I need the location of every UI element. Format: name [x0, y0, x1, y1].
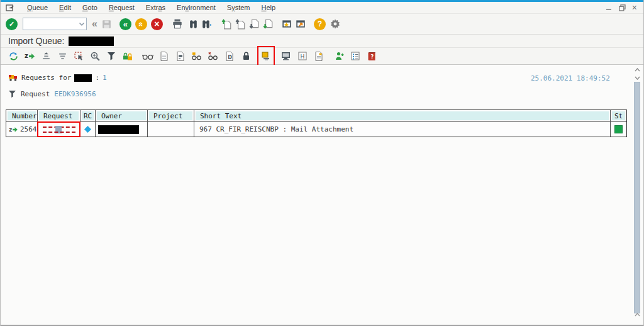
- column-header-owner[interactable]: Owner: [96, 110, 147, 121]
- customize-layout-icon[interactable]: [330, 18, 341, 30]
- row-project-cell[interactable]: [148, 122, 194, 137]
- system-menu-icon[interactable]: [6, 4, 15, 11]
- menu-item-request[interactable]: Request: [103, 3, 140, 13]
- save-icon[interactable]: [101, 19, 112, 30]
- import-request-icon[interactable]: [260, 50, 272, 62]
- create-shortcut-icon[interactable]: [295, 18, 306, 30]
- command-input[interactable]: [23, 20, 79, 28]
- filter-icon[interactable]: [106, 50, 117, 62]
- menu-item-system[interactable]: System: [221, 3, 256, 13]
- last-page-icon[interactable]: [262, 18, 274, 30]
- sort-up-icon[interactable]: [40, 50, 52, 62]
- back-icon[interactable]: «: [119, 18, 131, 30]
- row-short-text-cell[interactable]: 967 CR_FIR_REISCNBP : Mail Attachment: [194, 122, 610, 137]
- menu-item-help[interactable]: Help: [256, 3, 282, 13]
- import-request-again-icon[interactable]: z: [24, 50, 35, 62]
- logs-icon[interactable]: [158, 50, 170, 62]
- status-green-square: [614, 125, 623, 133]
- documentation-file-icon[interactable]: D: [224, 50, 235, 62]
- history-icon[interactable]: H: [297, 50, 308, 62]
- application-toolbar: z: [1, 48, 643, 65]
- request-filter-value: EEDK936956: [54, 90, 96, 98]
- lock-icon[interactable]: [240, 50, 252, 62]
- minimize-icon[interactable]: [606, 4, 613, 11]
- enter-icon[interactable]: ✓: [6, 18, 18, 30]
- scrollbar-thumb[interactable]: [634, 82, 640, 313]
- truck-icon: [8, 74, 18, 82]
- menu-item-edit[interactable]: Edit: [53, 3, 77, 13]
- restore-icon[interactable]: [619, 4, 626, 11]
- previous-page-icon[interactable]: [235, 18, 246, 30]
- svg-text:z: z: [25, 52, 28, 59]
- transport-row-icon: z: [8, 126, 18, 133]
- refresh-icon[interactable]: [8, 50, 19, 62]
- scroll-down-icon[interactable]: [633, 74, 641, 82]
- check-glasses-icon[interactable]: [208, 50, 219, 62]
- row-status-cell[interactable]: [611, 122, 626, 137]
- report-timestamp: 25.06.2021 18:49:52: [531, 74, 610, 82]
- display-glasses-icon[interactable]: [142, 50, 153, 62]
- where-used-icon[interactable]: [191, 50, 203, 62]
- list-area: Requests for : 1 25.06.2021 18:49:52 Req…: [1, 65, 643, 325]
- menu-bar: Queue Edit Goto Request Extras Environme…: [1, 2, 643, 14]
- owner-redaction: [98, 125, 139, 134]
- svg-text:D: D: [228, 54, 232, 60]
- lock-toggle-icon[interactable]: [122, 50, 133, 62]
- first-page-icon[interactable]: [221, 18, 232, 30]
- screen-title-bar: Import Queue:: [1, 35, 643, 48]
- menu-item-goto[interactable]: Goto: [77, 3, 103, 13]
- user-icon[interactable]: [333, 50, 345, 62]
- requests-count: 1: [103, 74, 107, 82]
- import-monitor-icon[interactable]: [280, 50, 292, 62]
- title-redaction: [69, 37, 114, 46]
- row-owner-cell[interactable]: [96, 122, 147, 137]
- new-session-icon[interactable]: [281, 18, 292, 30]
- dropdown-chevron-icon[interactable]: [79, 22, 85, 26]
- request-filter-line: Request EEDK936956: [8, 90, 96, 98]
- zoom-icon[interactable]: [89, 50, 101, 62]
- row-number-value: 2564: [20, 125, 37, 133]
- help-icon[interactable]: ?: [314, 18, 326, 30]
- menu-item-extras[interactable]: Extras: [140, 3, 171, 13]
- row-number-cell[interactable]: z 2564: [6, 122, 37, 137]
- column-header-project[interactable]: Project: [148, 110, 194, 121]
- standard-toolbar: ✓ « « « ×: [1, 14, 643, 35]
- column-header-rc[interactable]: RC: [80, 110, 95, 121]
- row-rc-cell[interactable]: [80, 122, 95, 137]
- list-icon[interactable]: [350, 50, 361, 62]
- find-icon[interactable]: [188, 19, 199, 30]
- next-page-icon[interactable]: [248, 18, 260, 30]
- print-icon[interactable]: [172, 18, 183, 30]
- command-field-box: [23, 18, 87, 30]
- request-filter-label: Request: [21, 90, 50, 98]
- svg-text:?: ?: [370, 54, 374, 60]
- help-book-icon[interactable]: ?: [366, 50, 377, 62]
- menu-item-queue[interactable]: Queue: [21, 3, 53, 13]
- scroll-up-icon[interactable]: [633, 65, 641, 74]
- close-icon[interactable]: ×: [632, 3, 637, 13]
- requests-summary-line: Requests for : 1: [8, 74, 107, 82]
- filter-small-icon: [8, 90, 16, 98]
- vertical-scrollbar[interactable]: [633, 65, 641, 318]
- svg-text:z: z: [9, 126, 12, 132]
- column-header-request[interactable]: Request: [38, 110, 80, 121]
- menu-item-environment[interactable]: Environment: [171, 3, 221, 13]
- rc-diamond-icon: [84, 125, 92, 133]
- column-header-number[interactable]: Number: [6, 110, 37, 121]
- scroll-bottom-icon[interactable]: [633, 310, 641, 318]
- find-next-icon[interactable]: [201, 19, 212, 30]
- display-file-icon[interactable]: [175, 50, 186, 62]
- exit-icon[interactable]: «: [135, 18, 147, 30]
- column-header-st[interactable]: St: [611, 110, 626, 121]
- select-block-icon[interactable]: [73, 50, 84, 62]
- page-title: Import Queue:: [8, 36, 65, 46]
- sort-down-icon[interactable]: [57, 50, 68, 62]
- collapse-icon[interactable]: «: [92, 18, 97, 30]
- column-header-short-text[interactable]: Short Text: [194, 110, 610, 121]
- row-request-cell[interactable]: [38, 122, 80, 137]
- scheduler-icon[interactable]: [313, 50, 325, 62]
- window-controls: ×: [606, 3, 643, 13]
- import-queue-table: Number Request RC Owner Project Short Te…: [6, 110, 627, 137]
- target-system-redaction: [74, 74, 92, 82]
- cancel-icon[interactable]: ×: [151, 18, 163, 30]
